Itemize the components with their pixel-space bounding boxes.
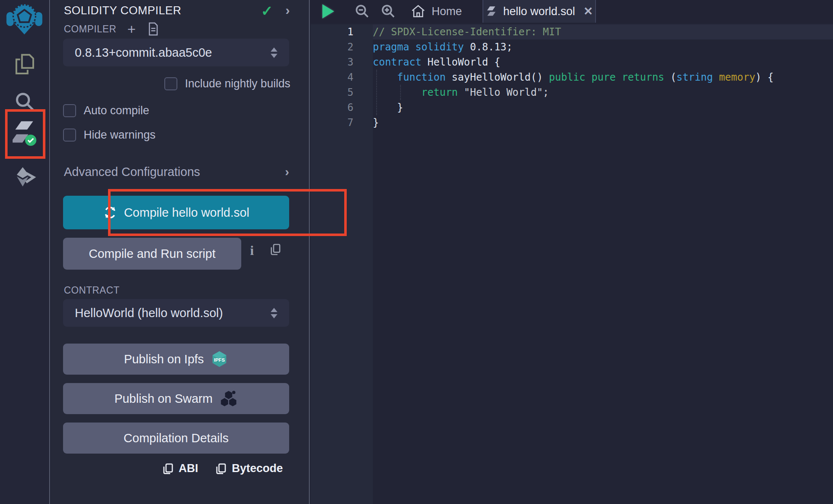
hide-warnings-checkbox[interactable]: Hide warnings — [63, 129, 156, 142]
tab-home-label: Home — [432, 5, 462, 18]
play-icon — [322, 4, 334, 18]
code-line[interactable]: } — [373, 100, 833, 115]
code-line[interactable]: function sayHelloWorld() public pure ret… — [373, 70, 833, 85]
auto-compile-label: Auto compile — [84, 104, 149, 117]
compiler-section-label: COMPILER — [64, 24, 116, 35]
remix-logo-icon[interactable] — [6, 3, 43, 36]
line-number: 3 — [311, 55, 373, 70]
activity-bar — [0, 0, 50, 504]
auto-compile-checkbox[interactable]: Auto compile — [63, 104, 149, 117]
file-explorer-icon[interactable] — [13, 53, 36, 77]
line-number: 1 — [311, 24, 373, 39]
code-line[interactable]: } — [373, 115, 833, 130]
publish-swarm-button[interactable]: Publish on Swarm — [63, 383, 289, 414]
tab-home[interactable]: Home — [406, 0, 466, 23]
checkbox-box[interactable] — [63, 104, 76, 117]
contract-section-label: CONTRACT — [64, 285, 120, 296]
line-number: 7 — [311, 115, 373, 130]
compilation-details-button[interactable]: Compilation Details — [63, 423, 289, 454]
zoom-out-button[interactable] — [354, 0, 371, 23]
line-number: 4 — [311, 70, 373, 85]
select-arrows-icon — [271, 47, 277, 58]
line-number: 2 — [311, 39, 373, 55]
compiler-doc-icon[interactable] — [147, 22, 159, 36]
refresh-icon — [103, 205, 117, 220]
include-nightly-checkbox[interactable]: Include nightly builds — [164, 77, 290, 90]
compile-button[interactable]: Compile hello world.sol — [63, 196, 289, 229]
line-number: 5 — [311, 85, 373, 100]
run-script-play-button[interactable] — [322, 0, 334, 23]
panel-collapse-chevron-icon[interactable]: › — [285, 3, 290, 18]
code-lines[interactable]: // SPDX-License-Identifier: MITpragma so… — [373, 24, 833, 130]
contract-select-value: HelloWorld (hello world.sol) — [75, 306, 223, 320]
deploy-run-icon[interactable] — [14, 166, 36, 188]
contract-select[interactable]: HelloWorld (hello world.sol) — [63, 299, 289, 327]
include-nightly-label: Include nightly builds — [185, 77, 290, 90]
checkbox-box[interactable] — [164, 77, 177, 90]
editor-tabbar: Home hello world.sol ✕ — [311, 0, 833, 23]
gutter: 1234567 — [311, 24, 373, 504]
copy-abi-button[interactable]: ABI — [162, 462, 198, 475]
add-compiler-icon[interactable]: + — [127, 23, 136, 35]
code-line[interactable]: // SPDX-License-Identifier: MIT — [373, 24, 833, 39]
code-line[interactable]: contract HelloWorld { — [373, 55, 833, 70]
line-number: 6 — [311, 100, 373, 115]
swarm-icon — [219, 389, 238, 408]
copy-bytecode-button[interactable]: Bytecode — [215, 462, 283, 475]
bytecode-label: Bytecode — [232, 462, 283, 475]
code-line[interactable]: return "Hello World"; — [373, 85, 833, 100]
compiler-version-select[interactable]: 0.8.13+commit.abaa5c0e — [63, 39, 289, 66]
tab-active-label: hello world.sol — [503, 5, 575, 18]
copy-script-icon[interactable] — [269, 243, 282, 256]
abi-label: ABI — [179, 462, 198, 475]
search-icon[interactable] — [14, 91, 36, 113]
code-line[interactable]: pragma solidity 0.8.13; — [373, 39, 833, 55]
advanced-configurations-toggle[interactable]: Advanced Configurations › — [64, 165, 289, 179]
tab-hello-world-sol[interactable]: hello world.sol ✕ — [482, 0, 596, 23]
solidity-compiler-panel: SOLIDITY COMPILER ✓ › COMPILER + 0.8.13+… — [51, 0, 310, 504]
publish-swarm-label: Publish on Swarm — [114, 392, 213, 406]
select-arrows-icon — [271, 308, 277, 318]
advanced-configurations-label: Advanced Configurations — [64, 165, 200, 179]
compile-run-label: Compile and Run script — [89, 247, 215, 261]
hide-warnings-label: Hide warnings — [84, 129, 156, 142]
checkbox-box[interactable] — [63, 129, 76, 142]
ipfs-icon: IPFS — [211, 350, 228, 368]
publish-ipfs-label: Publish on Ipfs — [124, 352, 204, 366]
compile-button-label: Compile hello world.sol — [124, 206, 249, 220]
compile-and-run-button[interactable]: Compile and Run script — [63, 238, 241, 270]
publish-ipfs-button[interactable]: Publish on Ipfs IPFS — [63, 344, 289, 375]
solidity-compiler-icon[interactable] — [13, 120, 37, 146]
editor-area: Home hello world.sol ✕ 1234567 // SPDX-L… — [311, 0, 833, 504]
zoom-in-button[interactable] — [380, 0, 397, 23]
home-icon — [411, 4, 426, 19]
close-tab-icon[interactable]: ✕ — [583, 5, 593, 18]
panel-title: SOLIDITY COMPILER — [64, 4, 182, 17]
info-icon[interactable]: i — [250, 243, 254, 258]
compile-success-check-icon: ✓ — [261, 3, 273, 19]
solidity-file-icon — [485, 5, 497, 17]
chevron-right-icon: › — [285, 165, 289, 179]
compiler-version-value: 0.8.13+commit.abaa5c0e — [75, 46, 212, 60]
compilation-details-label: Compilation Details — [124, 431, 229, 445]
svg-text:IPFS: IPFS — [214, 357, 225, 362]
